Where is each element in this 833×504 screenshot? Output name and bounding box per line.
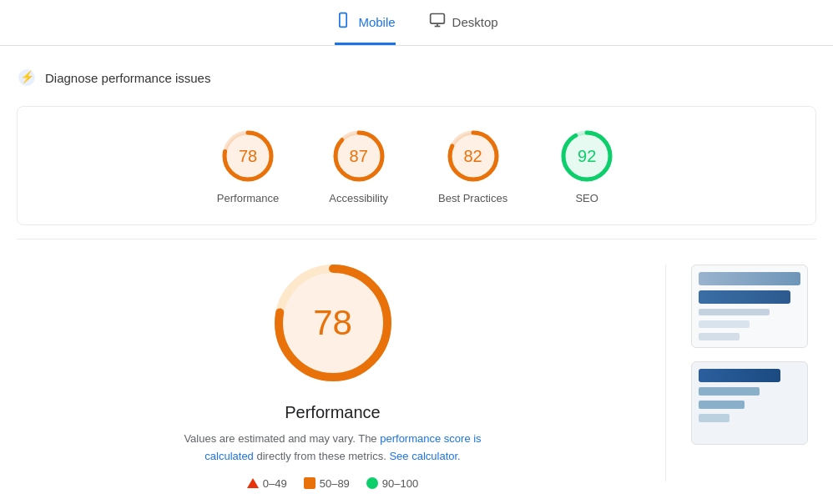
score-label-seo: SEO	[575, 192, 598, 204]
main-content: 78 Performance Values are estimated and …	[0, 239, 833, 504]
svg-text:⚡: ⚡	[20, 70, 35, 84]
screenshot-small-3	[699, 333, 740, 340]
score-item-accessibility: 87 Accessibility	[329, 127, 388, 204]
legend-item-red: 0–49	[247, 477, 287, 490]
big-gauge-value: 78	[313, 303, 352, 343]
score-item-seo: 92 SEO	[558, 127, 616, 204]
screenshot-small2-2	[699, 401, 745, 409]
screenshot-bar-dark	[699, 290, 790, 304]
screenshot-bar2-top	[699, 369, 780, 382]
diagnose-label: Diagnose performance issues	[45, 71, 210, 85]
desktop-icon	[429, 12, 446, 33]
gauge-best-practices: 82	[444, 127, 502, 185]
gauge-value-accessibility: 87	[350, 147, 368, 166]
vertical-divider	[665, 265, 666, 481]
performance-title: Performance	[285, 403, 381, 422]
legend-icon-red	[247, 478, 259, 488]
mobile-icon	[335, 12, 351, 33]
gauge-accessibility: 87	[330, 127, 388, 185]
diagnose-row: ⚡ Diagnose performance issues	[0, 59, 833, 96]
screenshot-small-2	[699, 320, 750, 328]
scores-row: 78 Performance 87 Accessibility 82 Best …	[18, 127, 815, 204]
score-item-best-practices: 82 Best Practices	[438, 127, 507, 204]
score-item-performance: 78 Performance	[217, 127, 279, 204]
tab-mobile[interactable]: Mobile	[335, 12, 395, 45]
screenshot-small2-1	[699, 387, 760, 396]
tab-desktop[interactable]: Desktop	[429, 12, 498, 45]
screenshot-small2-3	[699, 414, 730, 422]
gauge-seo: 92	[558, 127, 616, 185]
gauge-value-performance: 78	[239, 147, 257, 166]
score-label-best-practices: Best Practices	[438, 192, 507, 204]
legend: 0–49 50–89 90–100	[247, 477, 418, 490]
gauge-performance: 78	[219, 127, 277, 185]
diagnose-icon: ⚡	[17, 68, 37, 88]
performance-section: 78 Performance Values are estimated and …	[17, 256, 649, 490]
legend-icon-green	[366, 477, 378, 489]
legend-label-red: 0–49	[263, 477, 287, 490]
performance-desc: Values are estimated and may vary. The p…	[174, 431, 492, 466]
tab-bar: Mobile Desktop	[0, 0, 833, 46]
score-label-accessibility: Accessibility	[329, 192, 388, 204]
screenshot-card-1	[691, 265, 808, 348]
tab-mobile-label: Mobile	[358, 15, 395, 29]
legend-item-green: 90–100	[366, 477, 418, 490]
screenshot-section	[683, 256, 816, 453]
screenshot-bar-top	[699, 272, 800, 285]
big-gauge: 78	[266, 256, 400, 390]
screenshot-card-2	[691, 361, 808, 445]
calculator-link[interactable]: See calculator.	[389, 450, 460, 462]
tab-desktop-label: Desktop	[452, 15, 498, 29]
score-label-performance: Performance	[217, 192, 279, 204]
legend-item-orange: 50–89	[304, 477, 350, 490]
svg-rect-2	[430, 14, 444, 24]
gauge-value-best-practices: 82	[463, 147, 482, 166]
legend-label-orange: 50–89	[320, 477, 350, 490]
scores-container: 78 Performance 87 Accessibility 82 Best …	[17, 106, 816, 225]
screenshot-small-1	[699, 309, 770, 316]
gauge-value-seo: 92	[578, 147, 596, 166]
legend-icon-orange	[304, 477, 316, 489]
legend-label-green: 90–100	[382, 477, 418, 490]
